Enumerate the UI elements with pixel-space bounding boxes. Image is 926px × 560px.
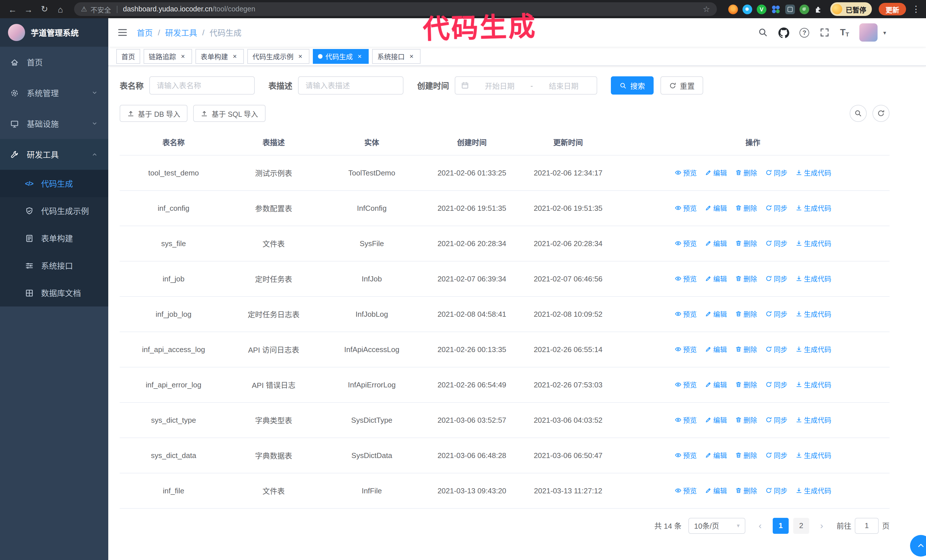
action-edit-link[interactable]: 编辑 xyxy=(705,309,727,319)
sidebar-subitem-shield[interactable]: 代码生成示例 xyxy=(0,197,108,225)
action-sync-link[interactable]: 同步 xyxy=(765,450,787,460)
action-delete-link[interactable]: 删除 xyxy=(735,168,757,177)
tab-链路追踪[interactable]: 链路追踪× xyxy=(144,49,192,63)
action-generate-code-link[interactable]: 生成代码 xyxy=(795,415,831,425)
action-sync-link[interactable]: 同步 xyxy=(765,486,787,495)
tab-代码生成[interactable]: 代码生成× xyxy=(313,49,369,63)
fullscreen-icon[interactable] xyxy=(819,27,830,38)
action-preview-link[interactable]: 预览 xyxy=(675,415,697,425)
help-icon[interactable]: ? xyxy=(799,28,809,37)
close-icon[interactable]: × xyxy=(179,52,187,60)
action-preview-link[interactable]: 预览 xyxy=(675,450,697,460)
sidebar-item-gear[interactable]: 系统管理 xyxy=(0,77,108,108)
extension-icon[interactable] xyxy=(771,4,781,14)
github-icon[interactable] xyxy=(778,27,789,38)
sidebar-subitem-sliders[interactable]: 系统接口 xyxy=(0,252,108,279)
action-sync-link[interactable]: 同步 xyxy=(765,415,787,425)
logo-bar[interactable]: 芋道管理系统 xyxy=(0,18,108,47)
reload-icon[interactable]: ↻ xyxy=(38,2,51,16)
extension-icon[interactable]: V xyxy=(757,4,766,14)
update-button[interactable]: 更新 xyxy=(879,3,906,15)
action-sync-link[interactable]: 同步 xyxy=(765,238,787,248)
reset-button[interactable]: 重置 xyxy=(660,76,703,95)
action-generate-code-link[interactable]: 生成代码 xyxy=(795,274,831,284)
table-desc-input[interactable] xyxy=(298,76,404,95)
goto-page-input[interactable] xyxy=(855,518,879,533)
bookmark-star-icon[interactable]: ☆ xyxy=(703,5,710,14)
action-preview-link[interactable]: 预览 xyxy=(675,344,697,354)
browser-menu-icon[interactable]: ⋮ xyxy=(912,4,920,14)
sidebar-item-wrench[interactable]: 研发工具 xyxy=(0,139,108,170)
action-preview-link[interactable]: 预览 xyxy=(675,274,697,284)
action-delete-link[interactable]: 删除 xyxy=(735,203,757,213)
action-sync-link[interactable]: 同步 xyxy=(765,203,787,213)
action-delete-link[interactable]: 删除 xyxy=(735,486,757,495)
action-sync-link[interactable]: 同步 xyxy=(765,274,787,284)
page-size-select[interactable]: 10条/页 ▾ xyxy=(688,518,745,533)
import-sql-button[interactable]: 基于 SQL 导入 xyxy=(194,105,266,122)
close-icon[interactable]: × xyxy=(407,52,415,60)
action-edit-link[interactable]: 编辑 xyxy=(705,450,727,460)
import-db-button[interactable]: 基于 DB 导入 xyxy=(120,105,188,122)
action-edit-link[interactable]: 编辑 xyxy=(705,274,727,284)
action-generate-code-link[interactable]: 生成代码 xyxy=(795,238,831,248)
tab-代码生成示例[interactable]: 代码生成示例× xyxy=(247,49,309,63)
search-button[interactable]: 搜索 xyxy=(611,76,654,95)
tab-首页[interactable]: 首页 xyxy=(116,49,140,63)
table-name-input[interactable] xyxy=(149,76,255,95)
action-edit-link[interactable]: 编辑 xyxy=(705,238,727,248)
action-preview-link[interactable]: 预览 xyxy=(675,309,697,319)
toggle-search-button[interactable] xyxy=(850,105,867,122)
action-generate-code-link[interactable]: 生成代码 xyxy=(795,203,831,213)
close-icon[interactable]: × xyxy=(231,52,239,60)
close-icon[interactable]: × xyxy=(296,52,304,60)
action-sync-link[interactable]: 同步 xyxy=(765,344,787,354)
forward-icon[interactable]: → xyxy=(22,2,35,16)
action-delete-link[interactable]: 删除 xyxy=(735,344,757,354)
action-preview-link[interactable]: 预览 xyxy=(675,380,697,389)
tab-表单构建[interactable]: 表单构建× xyxy=(195,49,244,63)
action-sync-link[interactable]: 同步 xyxy=(765,309,787,319)
action-delete-link[interactable]: 删除 xyxy=(735,415,757,425)
sidebar-subitem-code[interactable]: </>代码生成 xyxy=(0,170,108,197)
action-delete-link[interactable]: 删除 xyxy=(735,274,757,284)
sidebar-subitem-form[interactable]: 表单构建 xyxy=(0,225,108,252)
breadcrumb-item[interactable]: 首页 xyxy=(137,27,153,38)
close-icon[interactable]: × xyxy=(356,52,363,60)
back-icon[interactable]: ← xyxy=(6,2,20,16)
action-edit-link[interactable]: 编辑 xyxy=(705,415,727,425)
refresh-table-button[interactable] xyxy=(872,105,890,122)
user-avatar[interactable] xyxy=(859,23,878,42)
page-number-button[interactable]: 1 xyxy=(773,518,789,533)
url-bar[interactable]: ⚠ 不安全 dashboard.yudao.iocoder.cn/tool/co… xyxy=(74,2,717,16)
breadcrumb-item[interactable]: 研发工具 xyxy=(165,27,197,38)
action-edit-link[interactable]: 编辑 xyxy=(705,203,727,213)
action-sync-link[interactable]: 同步 xyxy=(765,380,787,389)
action-edit-link[interactable]: 编辑 xyxy=(705,168,727,177)
tab-系统接口[interactable]: 系统接口× xyxy=(372,49,421,63)
action-sync-link[interactable]: 同步 xyxy=(765,168,787,177)
profile-paused-chip[interactable]: 已暂停 xyxy=(830,2,872,16)
date-start-input[interactable]: 开始日期 xyxy=(472,80,527,91)
action-edit-link[interactable]: 编辑 xyxy=(705,486,727,495)
hamburger-icon[interactable] xyxy=(117,27,128,38)
action-delete-link[interactable]: 删除 xyxy=(735,309,757,319)
page-number-button[interactable]: 2 xyxy=(793,518,809,533)
home-icon[interactable]: ⌂ xyxy=(54,2,67,16)
extension-icon[interactable] xyxy=(785,4,795,14)
action-generate-code-link[interactable]: 生成代码 xyxy=(795,380,831,389)
date-range-picker[interactable]: 开始日期 - 结束日期 xyxy=(455,76,597,95)
action-generate-code-link[interactable]: 生成代码 xyxy=(795,344,831,354)
extension-icon[interactable] xyxy=(728,4,738,14)
action-preview-link[interactable]: 预览 xyxy=(675,203,697,213)
sidebar-subitem-grid[interactable]: 数据库文档 xyxy=(0,279,108,306)
extension-icon[interactable] xyxy=(799,4,809,14)
font-size-icon[interactable]: TT xyxy=(840,27,849,38)
action-preview-link[interactable]: 预览 xyxy=(675,486,697,495)
action-generate-code-link[interactable]: 生成代码 xyxy=(795,168,831,177)
action-preview-link[interactable]: 预览 xyxy=(675,168,697,177)
prev-page-button[interactable]: ‹ xyxy=(752,518,768,533)
action-preview-link[interactable]: 预览 xyxy=(675,238,697,248)
extension-icon[interactable] xyxy=(743,4,752,14)
extensions-puzzle-icon[interactable] xyxy=(814,4,823,14)
